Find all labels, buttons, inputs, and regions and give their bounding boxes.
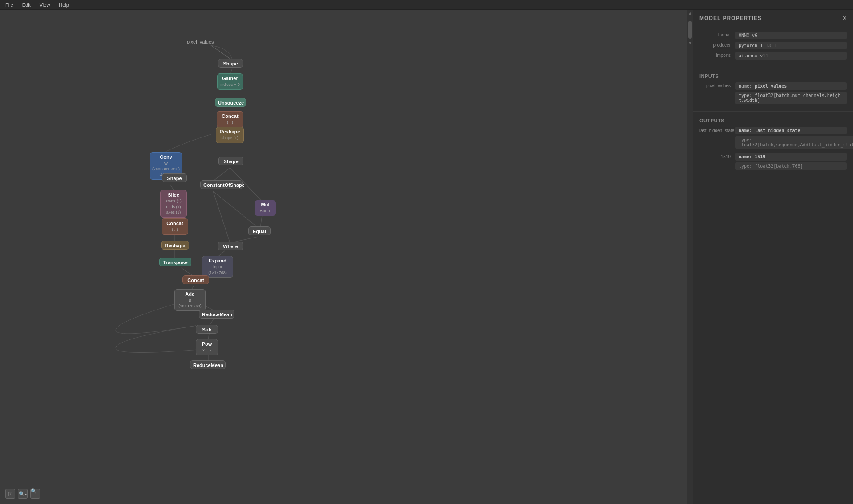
format-value: ONNX v6 bbox=[735, 32, 847, 39]
output1-type-row: type: float32[batch,sequence,Add1last_hi… bbox=[699, 136, 847, 149]
outputs-title: OUTPUTS bbox=[699, 118, 847, 123]
node-constantofshape[interactable]: ConstantOfShape bbox=[200, 180, 243, 189]
imports-value: ai.onnx v11 bbox=[735, 52, 847, 60]
output2-type-row: type: float32[batch,768] bbox=[699, 162, 847, 170]
canvas-scrollbar[interactable]: ▲ ▼ bbox=[687, 10, 693, 504]
output1-name-row: last_hidden_state name: last_hidden_stat… bbox=[699, 127, 847, 134]
node-add[interactable]: Add B (1×197×768) bbox=[174, 289, 206, 311]
menu-view[interactable]: View bbox=[38, 1, 52, 8]
node-reshape1[interactable]: Reshape shape (1) bbox=[216, 127, 244, 143]
node-transpose[interactable]: Transpose bbox=[159, 258, 191, 266]
output2-name-val: name: 1519 bbox=[735, 153, 847, 161]
svg-line-8 bbox=[213, 191, 258, 228]
node-reducemean2[interactable]: ReduceMean bbox=[190, 360, 226, 369]
panel-close-button[interactable]: × bbox=[843, 14, 847, 22]
zoom-in-button[interactable]: 🔍+ bbox=[30, 489, 40, 499]
node-shape2[interactable]: Shape bbox=[218, 157, 243, 165]
node-expand[interactable]: Expand input (1×1×768) bbox=[202, 256, 233, 278]
scroll-down-arrow[interactable]: ▼ bbox=[687, 40, 693, 46]
output1-label: last_hidden_state bbox=[699, 128, 735, 133]
node-concat3[interactable]: Concat bbox=[182, 275, 209, 284]
node-shape3[interactable]: Shape bbox=[162, 173, 187, 182]
format-row: format ONNX v6 bbox=[699, 32, 847, 39]
node-reshape2[interactable]: Reshape bbox=[161, 241, 189, 250]
scroll-thumb[interactable] bbox=[688, 21, 692, 39]
menu-edit[interactable]: Edit bbox=[20, 1, 32, 8]
main-layout: pixel_values Shape Gather indices = 0 Un… bbox=[0, 10, 853, 504]
imports-row: imports ai.onnx v11 bbox=[699, 52, 847, 60]
node-gather[interactable]: Gather indices = 0 bbox=[217, 73, 243, 90]
node-shape1[interactable]: Shape bbox=[218, 59, 243, 68]
svg-line-11 bbox=[213, 191, 230, 243]
node-slice[interactable]: Slice starts (1) ends (1) axes (1) bbox=[160, 190, 187, 218]
graph-connections bbox=[0, 10, 693, 504]
output1-type-val: type: float32[batch,sequence,Add1last_hi… bbox=[735, 136, 853, 149]
node-concat2[interactable]: Concat (...) bbox=[162, 218, 188, 235]
model-properties-panel: MODEL PROPERTIES × format ONNX v6 produc… bbox=[693, 10, 853, 504]
input-name-val: name: pixel_values bbox=[735, 82, 847, 90]
panel-outputs: OUTPUTS last_hidden_state name: last_hid… bbox=[693, 113, 853, 177]
scroll-up-arrow[interactable]: ▲ bbox=[687, 10, 693, 16]
format-label: format bbox=[699, 32, 735, 37]
menubar: File Edit View Help bbox=[0, 0, 853, 10]
panel-metadata: format ONNX v6 producer pytorch 1.13.1 i… bbox=[693, 27, 853, 65]
svg-line-6 bbox=[213, 168, 230, 181]
panel-header: MODEL PROPERTIES × bbox=[693, 10, 853, 27]
node-sub[interactable]: Sub bbox=[196, 325, 218, 334]
panel-title: MODEL PROPERTIES bbox=[699, 15, 762, 21]
input-pixel-values-label: pixel_values bbox=[699, 82, 735, 88]
output2-type-val: type: float32[batch,768] bbox=[735, 162, 847, 170]
canvas-toolbar: ⊡ 🔍- 🔍+ bbox=[5, 489, 40, 499]
imports-label: imports bbox=[699, 52, 735, 58]
output2-label: 1519 bbox=[699, 154, 735, 159]
input-type-val: type: float32[batch,num_channels,height,… bbox=[735, 92, 847, 104]
output2-row: 1519 name: 1519 type: float32[batch,768] bbox=[699, 153, 847, 170]
menu-help[interactable]: Help bbox=[57, 1, 71, 8]
panel-inputs: INPUTS pixel_values name: pixel_values t… bbox=[693, 69, 853, 109]
output2-name-row: 1519 name: 1519 bbox=[699, 153, 847, 161]
inputs-title: INPUTS bbox=[699, 73, 847, 79]
zoom-out-button[interactable]: 🔍- bbox=[18, 489, 28, 499]
node-equal[interactable]: Equal bbox=[248, 226, 271, 235]
node-pow[interactable]: Pow Y = 2 bbox=[196, 339, 218, 355]
node-reducemean1[interactable]: ReduceMean bbox=[199, 310, 234, 319]
producer-row: producer pytorch 1.13.1 bbox=[699, 42, 847, 49]
node-where[interactable]: Where bbox=[218, 242, 243, 250]
input-label-pixel-values: pixel_values bbox=[187, 39, 214, 44]
input-name-row: pixel_values name: pixel_values type: fl… bbox=[699, 82, 847, 104]
graph-canvas[interactable]: pixel_values Shape Gather indices = 0 Un… bbox=[0, 10, 693, 504]
producer-value: pytorch 1.13.1 bbox=[735, 42, 847, 49]
node-unsqueeze[interactable]: Unsqueeze bbox=[215, 98, 246, 107]
node-concat1[interactable]: Concat (...) bbox=[217, 111, 243, 128]
output1-name-val: name: last_hidden_state bbox=[735, 127, 847, 134]
menu-file[interactable]: File bbox=[4, 1, 15, 8]
producer-label: producer bbox=[699, 42, 735, 48]
svg-line-0 bbox=[211, 45, 230, 59]
fit-button[interactable]: ⊡ bbox=[5, 489, 15, 499]
node-mul[interactable]: Mul B = -1 bbox=[255, 200, 276, 216]
output1-row: last_hidden_state name: last_hidden_stat… bbox=[699, 127, 847, 149]
